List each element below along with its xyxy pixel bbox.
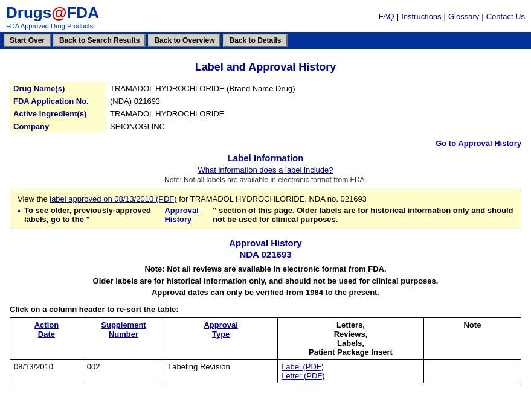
label-info-box: View the label approved on 08/13/2010 (P… [10, 189, 521, 229]
label-info-title: Label Information [10, 153, 521, 163]
info-box-bullet: To see older, previously-approved labels… [18, 206, 513, 224]
label-note: Note: Not all labels are available in el… [10, 176, 521, 184]
approval-history-title: Approval History [10, 238, 521, 248]
page-title: Label and Approval History [10, 61, 521, 74]
glossary-link[interactable]: Glossary [448, 12, 479, 21]
start-over-button[interactable]: Start Over [4, 34, 51, 47]
fda-app-value: (NDA) 021693 [106, 95, 521, 107]
page-header: Drugs@FDA FDA Approved Drug Products FAQ… [0, 0, 531, 32]
contact-link[interactable]: Contact Us [486, 12, 525, 21]
action-date-header: ActionDate [10, 317, 83, 359]
drug-name-label: Drug Name(s) [10, 82, 106, 95]
drug-name-row: Drug Name(s) TRAMADOL HYDROCHLORIDE (Bra… [10, 82, 521, 95]
fda-app-label: FDA Application No. [10, 95, 106, 107]
approval-history-subtitle: NDA 021693 [10, 249, 521, 259]
drug-info-table: Drug Name(s) TRAMADOL HYDROCHLORIDE (Bra… [10, 82, 521, 133]
active-ingredient-value: TRAMADOL HYDROCHLORIDE [106, 107, 521, 120]
company-label: Company [10, 120, 106, 133]
table-header-row: ActionDate SupplementNumber ApprovalType… [10, 317, 521, 359]
goto-approval-link-container: Go to Approval History [10, 139, 521, 148]
letters-cell: Label (PDF) Letter (PDF) [278, 359, 424, 383]
label-pdf-link[interactable]: label approved on 08/13/2010 (PDF) [50, 194, 176, 203]
logo-area: Drugs@FDA FDA Approved Drug Products [6, 4, 99, 30]
supplement-sort-link[interactable]: SupplementNumber [101, 320, 146, 339]
logo-at: @ [51, 4, 66, 22]
approval-notes: Note: Not all reviews are available in e… [10, 263, 521, 299]
what-info-link-container: What information does a label include? [10, 165, 521, 174]
sort-note: Click on a column header to re-sort the … [10, 305, 521, 314]
approval-history-section: Approval History NDA 021693 Note: Not al… [10, 238, 521, 383]
instructions-link[interactable]: Instructions [401, 12, 441, 21]
active-ingredient-row: Active Ingredient(s) TRAMADOL HYDROCHLOR… [10, 107, 521, 120]
approval-type-cell: Labeling Revision [164, 359, 278, 383]
nav-bar: Start Over Back to Search Results Back t… [0, 32, 531, 49]
action-date-cell: 08/13/2010 [10, 359, 83, 383]
letters-header-text: Letters,Reviews,Labels,Patient Package I… [309, 320, 393, 357]
action-date-sort-link[interactable]: ActionDate [34, 320, 59, 339]
approval-type-sort-link[interactable]: ApprovalType [204, 320, 237, 339]
back-overview-button[interactable]: Back to Overview [148, 34, 220, 47]
logo-subtitle: FDA Approved Drug Products [6, 22, 99, 30]
drug-name-value: TRAMADOL HYDROCHLORIDE (Brand Name Drug) [106, 82, 521, 95]
note-header-text: Note [463, 320, 481, 329]
info-box-main-text: View the label approved on 08/13/2010 (P… [18, 194, 513, 203]
approval-type-header: ApprovalType [164, 317, 278, 359]
main-content: Label and Approval History Drug Name(s) … [0, 49, 531, 389]
letters-header: Letters,Reviews,Labels,Patient Package I… [278, 317, 424, 359]
approval-note-2: Older labels are for historical informat… [93, 276, 439, 285]
goto-approval-link[interactable]: Go to Approval History [436, 139, 521, 148]
note-cell [423, 359, 521, 383]
table-row: 08/13/2010 002 Labeling Revision Label (… [10, 359, 521, 383]
approval-note-3: Approval dates can only be verified from… [152, 288, 379, 297]
faq-link[interactable]: FAQ [379, 12, 394, 21]
logo-drugs: Drugs [6, 4, 51, 22]
logo-fda: FDA [66, 4, 98, 22]
note-header: Note [423, 317, 521, 359]
supplement-header: SupplementNumber [83, 317, 164, 359]
company-value: SHIONOGI INC [106, 120, 521, 133]
approval-history-link[interactable]: Approval History [164, 206, 209, 224]
logo: Drugs@FDA [6, 4, 99, 22]
back-search-button[interactable]: Back to Search Results [53, 34, 146, 47]
approval-table: ActionDate SupplementNumber ApprovalType… [10, 317, 521, 383]
letter-pdf-row-link[interactable]: Letter (PDF) [282, 371, 325, 380]
label-pdf-row-link[interactable]: Label (PDF) [282, 362, 324, 371]
back-details-button[interactable]: Back to Details [223, 34, 287, 47]
company-row: Company SHIONOGI INC [10, 120, 521, 133]
active-ingredient-label: Active Ingredient(s) [10, 107, 106, 120]
fda-app-row: FDA Application No. (NDA) 021693 [10, 95, 521, 107]
top-nav-links: FAQ | Instructions | Glossary | Contact … [379, 12, 525, 21]
supplement-cell: 002 [83, 359, 164, 383]
what-info-link[interactable]: What information does a label include? [198, 165, 333, 174]
approval-note-1: Note: Not all reviews are available in e… [144, 264, 386, 273]
